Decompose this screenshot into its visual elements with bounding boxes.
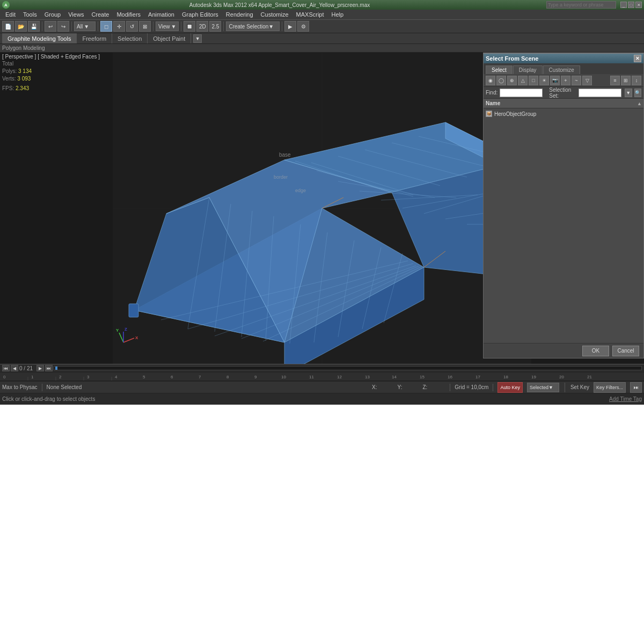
menu-tools[interactable]: Tools — [20, 11, 40, 18]
timeline-end-btn[interactable]: ⏭ — [45, 365, 53, 371]
dialog-tb-invert[interactable]: ⊕ — [507, 76, 517, 85]
tb-rotate[interactable]: ↺ — [126, 21, 138, 32]
minimize-button[interactable]: _ — [620, 2, 627, 8]
list-item[interactable]: 📦 HeroObjectGroup — [484, 109, 643, 118]
graphite-bar: Graphite Modeling Tools Freeform Selecti… — [0, 33, 644, 44]
graphite-tab-freeform[interactable]: Freeform — [77, 33, 112, 43]
x-value — [379, 384, 396, 390]
tb-snap[interactable]: 🔲 — [184, 21, 195, 32]
tb-render-settings[interactable]: ⚙ — [297, 21, 309, 32]
toolbar: 📄 📂 💾 ↩ ↪ All ▼ ◻ ✛ ↺ ⊠ View ▼ 🔲 2D 2.5 … — [0, 19, 644, 33]
total-label: Total — [2, 60, 32, 68]
tb-snap25d[interactable]: 2.5 — [209, 21, 221, 32]
svg-text:10: 10 — [281, 375, 286, 379]
timeline-prev-btn[interactable]: ◀ — [11, 365, 18, 371]
menu-graph-editors[interactable]: Graph Editors — [179, 11, 222, 18]
stats-overlay: Total Polys: 3 134 Verts: 3 093 FPS: 2.3… — [2, 60, 32, 92]
menu-rendering[interactable]: Rendering — [223, 11, 257, 18]
dialog-object-list[interactable]: 📦 HeroObjectGroup — [484, 108, 643, 343]
tb-redo[interactable]: ↪ — [57, 21, 69, 32]
timeline-next-btn[interactable]: ▶ — [36, 365, 44, 371]
dialog-find-options[interactable]: ▼ — [625, 89, 632, 97]
tb-sep2 — [71, 21, 72, 31]
tb-select-filter[interactable]: All ▼ — [74, 21, 96, 31]
selected-dropdown[interactable]: Selected▼ — [527, 383, 559, 392]
dialog-tab-select[interactable]: Select — [486, 65, 513, 74]
dialog-cancel-button[interactable]: Cancel — [612, 346, 639, 356]
svg-text:9: 9 — [254, 375, 257, 379]
tb-open[interactable]: 📂 — [15, 21, 27, 32]
dialog-tb-none[interactable]: ◯ — [496, 76, 506, 85]
dialog-buttons: OK Cancel — [484, 343, 643, 358]
tb-sep4 — [153, 21, 153, 31]
tb-select[interactable]: ◻ — [100, 21, 112, 32]
viewport-label: [ Perspective ] [ Shaded + Edged Faces ] — [2, 54, 100, 60]
timeline-track[interactable] — [54, 366, 642, 370]
viewport[interactable]: [ Perspective ] [ Shaded + Edged Faces ]… — [0, 53, 644, 364]
menu-group[interactable]: Group — [41, 11, 64, 18]
dialog-close-button[interactable]: ✕ — [634, 55, 641, 62]
tb-snap2d[interactable]: 2D — [196, 21, 208, 32]
dialog-tb-lights[interactable]: ☀ — [539, 76, 549, 85]
menu-customize[interactable]: Customize — [258, 11, 292, 18]
close-button[interactable]: ✕ — [635, 2, 642, 8]
dialog-tb-filter[interactable]: ▽ — [582, 76, 592, 85]
find-input[interactable] — [500, 89, 543, 97]
graphite-tab-modeling[interactable]: Graphite Modeling Tools — [2, 33, 77, 43]
tb-view-mode[interactable]: View ▼ — [156, 21, 179, 31]
name-col-sort[interactable]: ▲ — [637, 101, 641, 106]
tb-scale[interactable]: ⊠ — [139, 21, 151, 32]
status-bar: Max to Physac None Selected X: Y: Z: Gri… — [0, 381, 644, 393]
tb-sep6 — [223, 21, 224, 31]
dialog-tb-spacewarps[interactable]: ~ — [572, 76, 581, 85]
grid-label: Grid = 10,0cm — [455, 384, 488, 390]
dialog-tb-options1[interactable]: ≡ — [610, 76, 620, 85]
menu-views[interactable]: Views — [65, 11, 87, 18]
dialog-tb-options2[interactable]: ⊞ — [621, 76, 631, 85]
timeline-start-btn[interactable]: ⏮ — [2, 365, 10, 371]
svg-text:15: 15 — [420, 375, 425, 379]
tb-render[interactable]: ▶ — [284, 21, 296, 32]
menu-help[interactable]: Help — [328, 11, 347, 18]
status-sep2 — [450, 384, 450, 391]
svg-text:3: 3 — [87, 375, 90, 379]
dialog-tb-shapes[interactable]: □ — [529, 76, 538, 85]
restore-button[interactable]: □ — [628, 2, 634, 8]
graphite-settings-button[interactable]: ▼ — [193, 34, 202, 43]
key-filters-button[interactable]: Key Filters... — [594, 382, 626, 393]
tb-create-selection[interactable]: Create Selection▼ — [226, 21, 280, 31]
add-time-tag[interactable]: Add Time Tag — [609, 396, 642, 402]
dialog-tb-helpers[interactable]: + — [561, 76, 570, 85]
tb-save[interactable]: 💾 — [28, 21, 40, 32]
tb-sep7 — [282, 21, 282, 31]
menu-animation[interactable]: Animation — [145, 11, 178, 18]
dialog-tb-geo[interactable]: △ — [518, 76, 528, 85]
tb-undo[interactable]: ↩ — [45, 21, 56, 32]
svg-text:13: 13 — [365, 375, 370, 379]
dialog-ok-button[interactable]: OK — [582, 346, 609, 356]
menu-maxscript[interactable]: MAXScript — [293, 11, 327, 18]
dialog-tab-display[interactable]: Display — [513, 65, 543, 74]
tb-new[interactable]: 📄 — [2, 21, 14, 32]
dialog-find-search[interactable]: 🔍 — [634, 89, 642, 97]
dialog-tb-all[interactable]: ◉ — [486, 76, 495, 85]
svg-text:7: 7 — [199, 375, 201, 379]
svg-text:0: 0 — [3, 375, 6, 379]
menu-edit[interactable]: Edit — [2, 11, 19, 18]
menu-modifiers[interactable]: Modifiers — [113, 11, 144, 18]
item-name: HeroObjectGroup — [494, 111, 536, 117]
menu-create[interactable]: Create — [88, 11, 112, 18]
keyword-search[interactable] — [546, 1, 616, 9]
svg-text:19: 19 — [531, 375, 536, 379]
dialog-tb-sort[interactable]: ↕ — [632, 76, 641, 85]
dialog-tab-customize[interactable]: Customize — [543, 65, 580, 74]
dialog-tb-cameras[interactable]: 📷 — [550, 76, 560, 85]
timeline-end-controls[interactable]: ⏭ — [630, 382, 642, 393]
tb-move[interactable]: ✛ — [113, 21, 125, 32]
svg-text:17: 17 — [475, 375, 480, 379]
graphite-tab-object-paint[interactable]: Object Paint — [148, 33, 191, 43]
auto-key-toggle[interactable]: Auto Key — [497, 382, 523, 393]
graphite-tab-selection[interactable]: Selection — [112, 33, 148, 43]
selection-set-input[interactable] — [579, 89, 621, 97]
dialog-toolbar: ◉ ◯ ⊕ △ □ ☀ 📷 + ~ ▽ ≡ ⊞ ↕ — [484, 74, 643, 87]
